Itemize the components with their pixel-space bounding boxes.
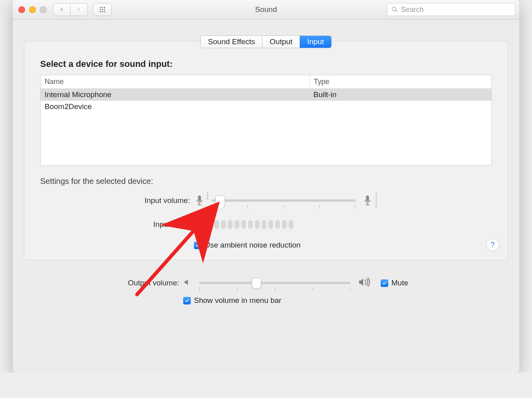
- mic-high-icon: [362, 195, 373, 207]
- nav-buttons: [53, 3, 111, 16]
- tab-sound-effects[interactable]: Sound Effects: [201, 36, 262, 48]
- svg-point-1: [102, 7, 103, 8]
- device-name: Internal Microphone: [41, 89, 309, 101]
- checkbox-checked-icon: [183, 297, 191, 304]
- slider-thumb[interactable]: [252, 278, 261, 289]
- svg-point-3: [100, 9, 101, 10]
- tab-input[interactable]: Input: [300, 36, 331, 48]
- help-button[interactable]: ?: [486, 238, 499, 251]
- svg-rect-9: [198, 195, 201, 201]
- tab-control: Sound Effects Output Input: [24, 35, 508, 48]
- svg-point-8: [104, 11, 105, 12]
- header-type[interactable]: Type: [310, 75, 491, 88]
- titlebar: Sound Search: [13, 0, 519, 20]
- mic-low-icon: [194, 195, 205, 207]
- table-header: Name Type: [41, 75, 491, 89]
- checkbox-checked-icon: [194, 242, 201, 249]
- svg-point-2: [104, 7, 105, 8]
- table-row[interactable]: Internal Microphone Built-in: [41, 89, 491, 101]
- svg-point-5: [104, 9, 105, 10]
- input-level-meter: [194, 220, 293, 229]
- svg-rect-10: [199, 203, 200, 205]
- svg-rect-12: [366, 195, 369, 201]
- show-volume-row: Show volume in menu bar: [24, 296, 508, 305]
- speaker-low-icon: [183, 278, 191, 288]
- mute-label: Mute: [391, 279, 408, 287]
- grid-icon: [99, 6, 106, 13]
- show-all-button[interactable]: [93, 3, 111, 16]
- input-device-table: Name Type Internal Microphone Built-in B…: [40, 75, 492, 166]
- speaker-high-icon: [358, 277, 372, 289]
- zoom-button: [40, 6, 47, 13]
- input-panel: Select a device for sound input: Name Ty…: [24, 41, 508, 260]
- search-placeholder: Search: [401, 6, 424, 14]
- svg-rect-14: [366, 205, 369, 205]
- window-controls: [18, 6, 47, 13]
- input-level-label: Input level:: [40, 220, 194, 229]
- ambient-noise-checkbox[interactable]: Use ambient noise reduction: [194, 241, 301, 250]
- settings-for-heading: Settings for the selected device:: [40, 177, 492, 186]
- input-level-row: Input level:: [40, 220, 492, 229]
- ambient-label: Use ambient noise reduction: [205, 241, 301, 250]
- minimize-button[interactable]: [29, 6, 36, 13]
- device-type: [309, 101, 491, 113]
- search-icon: [391, 6, 398, 13]
- svg-point-4: [102, 9, 103, 10]
- search-input[interactable]: Search: [387, 3, 515, 16]
- mute-checkbox[interactable]: Mute: [381, 279, 408, 287]
- slider-thumb[interactable]: [215, 195, 225, 207]
- svg-rect-11: [198, 205, 201, 205]
- chevron-left-icon: [59, 7, 65, 12]
- input-volume-slider[interactable]: [211, 199, 356, 202]
- back-button[interactable]: [53, 3, 70, 16]
- show-volume-checkbox[interactable]: Show volume in menu bar: [183, 296, 282, 305]
- output-volume-label: Output volume:: [24, 279, 183, 287]
- sound-preferences-window: Sound Search Sound Effects Output Input …: [13, 0, 519, 373]
- table-row[interactable]: Boom2Device: [41, 101, 491, 113]
- svg-point-6: [100, 11, 101, 12]
- close-button[interactable]: [18, 6, 25, 13]
- input-volume-label: Input volume:: [40, 196, 194, 205]
- select-device-heading: Select a device for sound input:: [40, 59, 492, 69]
- svg-rect-13: [367, 203, 368, 205]
- svg-point-7: [102, 11, 103, 12]
- checkbox-checked-icon: [381, 279, 388, 287]
- output-volume-slider[interactable]: [199, 282, 350, 284]
- ambient-row: Use ambient noise reduction: [40, 241, 492, 250]
- svg-point-0: [100, 7, 101, 8]
- chevron-right-icon: [76, 7, 82, 12]
- output-volume-row: Output volume: Mute: [24, 277, 508, 289]
- input-volume-row: Input volume:: [40, 195, 492, 207]
- tab-output[interactable]: Output: [262, 36, 300, 48]
- device-type: Built-in: [309, 89, 491, 101]
- device-name: Boom2Device: [41, 101, 309, 113]
- header-name[interactable]: Name: [41, 75, 310, 88]
- show-volume-label: Show volume in menu bar: [194, 296, 282, 305]
- forward-button: [70, 3, 88, 16]
